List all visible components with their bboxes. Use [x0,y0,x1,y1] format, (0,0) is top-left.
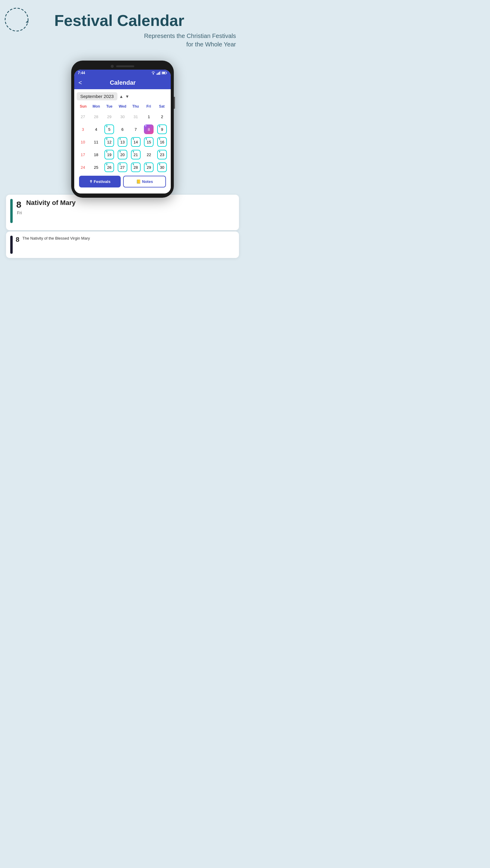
info-row-1: 8 Fri Nativity of Mary [10,199,235,223]
cal-day-15[interactable]: ✝15 [143,136,155,148]
cal-day-6[interactable]: 6 [116,123,129,135]
svg-rect-7 [160,71,161,75]
dashed-circle-decoration [3,6,30,33]
page-title: Festival Calendar [54,12,184,29]
info-card-2: 8 The Nativity of the Blessed Virgin Mar… [6,231,239,258]
cal-day-28-prev[interactable]: 28 [90,111,103,123]
calendar-body: September 2023 ▲ ▼ Sun Mon Tue Wed Thu F… [74,89,171,193]
cal-day-17[interactable]: 17 [77,149,89,161]
phone-outer-shell: 7:44 [71,61,174,198]
cal-day-25[interactable]: 25 [90,161,103,173]
cal-day-13[interactable]: ✝13 [116,136,129,148]
month-down-arrow[interactable]: ▼ [125,94,129,99]
status-time: 7:44 [78,71,85,75]
cal-day-7[interactable]: 7 [129,123,142,135]
info-date-col: 8 Fri [16,200,23,215]
cal-day-8-today[interactable]: ✝8 [143,123,155,135]
info-day: Fri [17,210,22,215]
status-icons [151,71,167,75]
cal-day-28[interactable]: ✝28 [129,161,142,173]
cal-day-27[interactable]: ✝27 [116,161,129,173]
cal-day-20[interactable]: ✝20 [116,149,129,161]
cal-day-10[interactable]: 10 [77,136,89,148]
phone-speaker [116,65,134,67]
back-button[interactable]: < [79,79,82,86]
info-row2-date: 8 [16,236,19,244]
bottom-buttons: ✝ Festivals 📒 Notes [79,176,166,187]
cal-day-2[interactable]: 2 [156,111,168,123]
cal-day-24[interactable]: 24 [77,161,89,173]
calendar-grid: 27 28 29 30 31 1 2 3 4 ✝5 6 7 ✝8 ✝9 [77,111,168,173]
svg-rect-6 [159,72,160,75]
signal-icon [156,71,161,75]
svg-rect-4 [156,73,157,75]
phone-mockup: 7:44 [0,61,245,198]
cal-day-30[interactable]: ✝30 [156,161,168,173]
cal-day-21[interactable]: ✝21 [129,149,142,161]
cal-day-1[interactable]: 1 [143,111,155,123]
info-row2-text: The Nativity of the Blessed Virgin Mary [22,236,90,241]
month-year-selector[interactable]: September 2023 [77,92,117,100]
cal-day-9[interactable]: ✝9 [156,123,168,135]
festivals-button[interactable]: ✝ Festivals [79,176,121,187]
status-bar: 7:44 [74,70,171,76]
cal-day-5[interactable]: ✝5 [103,123,116,135]
cal-day-3[interactable]: 3 [77,123,89,135]
month-up-arrow[interactable]: ▲ [119,94,123,99]
info-title-area: Nativity of Mary [26,199,235,207]
day-header-tue: Tue [103,103,116,110]
info-color-bar-2 [10,236,13,254]
cal-day-12[interactable]: ✝12 [103,136,116,148]
info-color-bar-1 [10,199,13,223]
day-header-sun: Sun [77,103,90,110]
phone-side-button [174,97,175,109]
cal-day-19[interactable]: ✝19 [103,149,116,161]
svg-rect-9 [167,73,167,73]
header-subtitle: Represents the Christian Festivals for t… [9,32,236,49]
wifi-icon [151,71,156,75]
cal-day-29[interactable]: ✝29 [143,161,155,173]
phone-screen: 7:44 [74,70,171,193]
cal-day-27-prev[interactable]: 27 [77,111,89,123]
app-title: Calendar [85,79,161,86]
info-card-1: 8 Fri Nativity of Mary [6,195,239,230]
day-header-mon: Mon [90,103,103,110]
info-panel-area: 8 Fri Nativity of Mary 8 The Nativity of… [6,195,239,258]
header-section: Festival Calendar Represents the Christi… [0,0,245,55]
svg-rect-5 [158,73,159,75]
day-headers: Sun Mon Tue Wed Thu Fri Sat [77,103,168,110]
phone-notch [74,65,171,68]
battery-icon [162,71,167,75]
cal-day-18[interactable]: 18 [90,149,103,161]
cal-day-16[interactable]: ✝16 [156,136,168,148]
day-header-fri: Fri [142,103,155,110]
day-header-wed: Wed [116,103,129,110]
info-date: 8 [16,200,22,209]
svg-rect-10 [162,72,165,74]
cal-day-30-prev[interactable]: 30 [116,111,129,123]
cal-day-26[interactable]: ✝26 [103,161,116,173]
svg-point-3 [153,74,153,74]
info-row2-text-col: The Nativity of the Blessed Virgin Mary [22,236,90,241]
cal-day-11[interactable]: 11 [90,136,103,148]
cal-day-4[interactable]: 4 [90,123,103,135]
cal-day-29-prev[interactable]: 29 [103,111,116,123]
cal-day-31-prev[interactable]: 31 [129,111,142,123]
day-header-thu: Thu [129,103,142,110]
month-year-row: September 2023 ▲ ▼ [77,92,168,100]
svg-point-0 [5,8,28,31]
notes-button[interactable]: 📒 Notes [123,176,166,187]
phone-camera [111,65,114,68]
info-row2-date-col: 8 [16,236,19,244]
app-header: < Calendar [74,76,171,89]
info-title: Nativity of Mary [26,199,235,207]
day-header-sat: Sat [155,103,168,110]
cal-day-14[interactable]: ✝14 [129,136,142,148]
cal-day-23[interactable]: ✝23 [156,149,168,161]
cal-day-22[interactable]: 22 [143,149,155,161]
